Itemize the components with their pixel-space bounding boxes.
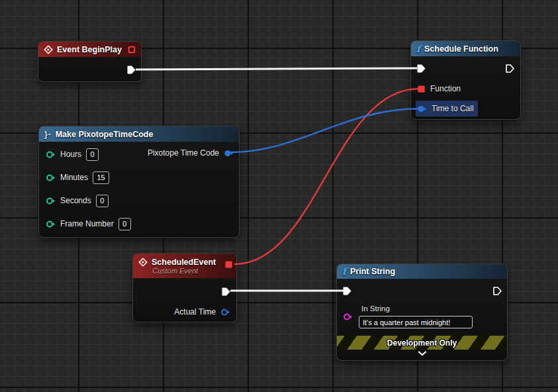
struct-pin[interactable]	[220, 307, 230, 317]
event-icon	[138, 258, 148, 267]
node-make-pixotope-timecode[interactable]: }‑ Make PixotopeTimeCode Hours Minutes S…	[38, 126, 240, 238]
node-title: Event BeginPlay	[57, 45, 122, 54]
node-print-string[interactable]: f Print String In String Development Onl…	[336, 264, 508, 361]
node-header[interactable]: f Schedule Function	[411, 41, 520, 56]
wire-exec-beginplay-to-schedule[interactable]	[136, 68, 417, 70]
pin-label: Pixotope Time Code	[148, 148, 219, 158]
blueprint-graph-canvas[interactable]: { "colors": { "exec_wire": "#f2f2f2", "d…	[0, 0, 558, 392]
function-icon: f	[342, 267, 346, 276]
node-schedule-function[interactable]: f Schedule Function Function Time to Cal…	[410, 40, 521, 120]
node-event-beginplay[interactable]: Event BeginPlay	[38, 41, 142, 82]
pin-label: Actual Time	[174, 307, 216, 317]
development-only-banner: Development Only	[337, 336, 507, 350]
int-pin[interactable]	[46, 173, 56, 183]
pin-label: Seconds	[60, 196, 91, 205]
pin-label: Minutes	[60, 173, 88, 182]
pin-label: Time to Call	[432, 104, 474, 113]
pin-label: Hours	[60, 150, 81, 159]
chevron-down-icon[interactable]	[418, 351, 427, 356]
frame-number-input[interactable]	[118, 218, 131, 230]
wire-struct-timecode-to-timetocall[interactable]	[230, 109, 420, 152]
hours-input[interactable]	[86, 148, 99, 161]
wire-delegate-scheduledevent-to-function[interactable]	[234, 89, 419, 264]
delegate-pin[interactable]	[417, 85, 426, 93]
event-icon	[44, 45, 53, 54]
int-pin[interactable]	[46, 150, 56, 160]
struct-pin[interactable]	[417, 104, 427, 114]
function-icon: f	[416, 44, 420, 54]
int-pin[interactable]	[46, 196, 56, 206]
seconds-input[interactable]	[96, 195, 109, 207]
node-header[interactable]: }‑ Make PixotopeTimeCode	[39, 126, 239, 142]
exec-in-pin[interactable]	[416, 64, 426, 74]
exec-out-pin[interactable]	[221, 287, 231, 297]
node-header[interactable]: ScheduledEvent Custom Event	[133, 254, 236, 278]
node-subtitle: Custom Event	[152, 267, 231, 275]
exec-out-pin[interactable]	[505, 64, 515, 74]
pin-label: Frame Number	[60, 219, 114, 228]
node-title: Schedule Function	[424, 44, 498, 54]
node-title: Print String	[350, 267, 395, 276]
pin-label: Function	[430, 84, 461, 93]
node-title: Make PixotopeTimeCode	[56, 130, 154, 139]
exec-out-pin[interactable]	[126, 65, 136, 75]
node-header[interactable]: Event BeginPlay	[38, 42, 141, 57]
pin-label: In String	[361, 305, 390, 313]
banner-label: Development Only	[387, 338, 457, 348]
delegate-pin[interactable]	[128, 46, 136, 54]
delegate-pin[interactable]	[224, 260, 233, 269]
in-string-input[interactable]	[359, 316, 473, 328]
node-header[interactable]: f Print String	[337, 264, 507, 279]
string-pin[interactable]	[343, 312, 353, 322]
make-struct-icon: }‑	[44, 130, 52, 138]
exec-out-pin[interactable]	[492, 286, 502, 296]
exec-in-pin[interactable]	[342, 286, 352, 296]
int-pin[interactable]	[46, 219, 56, 229]
node-title: ScheduledEvent	[152, 258, 216, 267]
minutes-input[interactable]	[93, 172, 109, 184]
node-scheduled-event[interactable]: ScheduledEvent Custom Event Actual Time	[132, 253, 237, 322]
struct-pin[interactable]	[224, 148, 234, 158]
